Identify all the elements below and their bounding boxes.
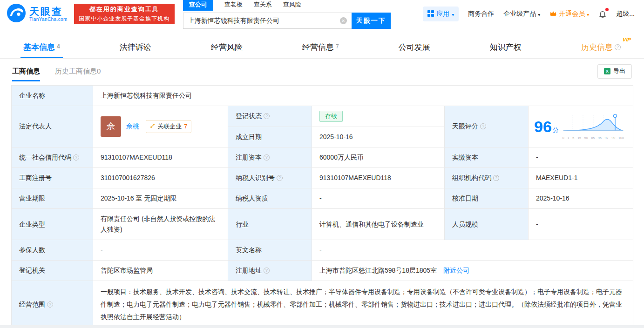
help-icon[interactable] — [480, 123, 486, 129]
info-icon[interactable] — [615, 44, 621, 50]
tab-label: 经营信息 — [302, 42, 334, 53]
score-tick: 100 — [618, 136, 624, 140]
search-tab-company[interactable]: 查公司 — [183, 0, 213, 11]
table-row: 工商注册号 310107001627826 纳税人识别号 91310107MAE… — [12, 167, 633, 188]
legal-rep-avatar[interactable]: 佘 — [101, 116, 121, 137]
chevron-down-icon — [452, 10, 454, 18]
search-button[interactable]: 天眼一下 — [352, 13, 391, 29]
tab-operating-info[interactable]: 经营信息 7 — [298, 36, 344, 58]
help-icon[interactable] — [47, 301, 53, 308]
value-paid-capital: - — [529, 147, 633, 167]
help-icon[interactable] — [277, 175, 283, 181]
related-companies-icon — [150, 121, 155, 131]
nav-business-cooperation[interactable]: 商务合作 — [468, 10, 494, 18]
top-header: 天眼查 TianYanCha.com 都在用的商业查询工具 国家中小企业发展子基… — [0, 0, 644, 28]
search-tab-relation[interactable]: 查关系 — [254, 0, 272, 9]
score-axis-ticks: 0 1 5 15 50 85 95 97 99 100 — [563, 136, 624, 140]
score-value: 96分 — [534, 114, 559, 140]
label-org-code: 组织机构代码 — [445, 167, 529, 188]
value-company-type: 有限责任公司 (非自然人投资或控股的法人独资) — [93, 208, 228, 240]
header-nav: 应用 商务合作 企业级产品 开通会员 超级... — [423, 7, 637, 21]
label-establish-date: 成立日期 — [228, 127, 312, 147]
promo-line1: 都在用的商业查询工具 — [89, 5, 159, 13]
tab-count: 4 — [57, 43, 60, 50]
label-reg-number: 工商注册号 — [12, 167, 93, 188]
enterprise-label: 企业级产品 — [503, 10, 536, 18]
label-english-name: 英文名称 — [228, 240, 312, 261]
user-menu[interactable]: 超级... — [616, 10, 635, 18]
search-tab-risk[interactable]: 查风险 — [283, 0, 301, 9]
tab-label: 经营风险 — [211, 42, 243, 53]
tianyancha-logo-icon — [7, 3, 26, 25]
label-company-name: 企业名称 — [12, 86, 93, 106]
value-industry: 计算机、通信和其他电子设备制造业 — [312, 208, 445, 240]
related-companies-badge[interactable]: 关联企业 7 — [146, 120, 191, 133]
nearby-companies-link[interactable]: 附近公司 — [443, 267, 469, 274]
value-reg-status: 存续 — [312, 106, 445, 127]
tab-operating-risk[interactable]: 经营风险 — [206, 36, 247, 58]
chevron-down-icon — [587, 10, 589, 18]
value-staff-size: - — [529, 208, 633, 240]
search-block: 查公司 查老板 查关系 查风险 天眼一下 — [183, 0, 391, 29]
tab-basic-info[interactable]: 基本信息 4 — [19, 36, 65, 58]
tab-label: 历史信息 — [581, 42, 613, 53]
label-business-term: 营业期限 — [12, 188, 93, 208]
clear-search-icon[interactable] — [340, 17, 347, 24]
value-reg-address: 上海市普陀区怒江北路598号18层1805室附近公司 — [312, 261, 633, 281]
footer-strip — [0, 325, 644, 328]
value-establish-date: 2025-10-16 — [312, 127, 445, 147]
export-button[interactable]: 导出 — [597, 64, 632, 79]
label-taxpayer-id: 纳税人识别号 — [228, 167, 312, 188]
value-taxpayer-id: 91310107MAEXEUD118 — [312, 167, 445, 188]
tianyancha-logo[interactable]: 天眼查 TianYanCha.com — [7, 3, 68, 25]
reg-address-text: 上海市普陀区怒江北路598号18层1805室 — [319, 267, 437, 274]
legal-rep-link[interactable]: 佘桃 — [126, 122, 139, 130]
brand-name: 天眼查 — [29, 6, 68, 17]
score-tick: 97 — [605, 136, 609, 140]
value-business-term: 2025-10-16 至 无固定期限 — [93, 188, 228, 208]
table-row: 经营范围 一般项目：技术服务、技术开发、技术咨询、技术交流、技术转让、技术推广；… — [12, 281, 633, 328]
label-business-scope: 经营范围 — [12, 281, 93, 328]
tab-history-info[interactable]: VIP 历史信息 — [576, 36, 625, 58]
apps-label: 应用 — [436, 10, 449, 18]
table-row: 统一社会信用代码 91310107MAEXEUD118 注册资本 60000万人… — [12, 147, 633, 167]
help-icon[interactable] — [264, 154, 270, 161]
value-reg-authority: 普陀区市场监管局 — [93, 261, 228, 281]
tab-company-development[interactable]: 公司发展 — [394, 36, 435, 58]
score-tick: 99 — [611, 136, 615, 140]
tab-intellectual-property[interactable]: 知识产权 — [485, 36, 526, 58]
subtab-business-info[interactable]: 工商信息 — [12, 67, 40, 76]
label-score: 天眼评分 — [445, 106, 529, 147]
value-reg-capital: 60000万人民币 — [312, 147, 445, 167]
table-row: 法定代表人 佘 佘桃 关联企业 7 — [12, 106, 633, 127]
notification-bell-icon[interactable] — [598, 9, 607, 19]
table-row: 企业名称 上海新恒芯锐科技有限责任公司 — [12, 86, 633, 106]
help-icon[interactable] — [264, 268, 270, 274]
subtab-bar: 工商信息 历史工商信息0 导出 — [0, 59, 644, 84]
search-input[interactable] — [183, 13, 352, 29]
value-approval-date: 2025-10-16 — [529, 188, 633, 208]
help-icon[interactable] — [493, 175, 499, 181]
chevron-down-icon — [538, 10, 540, 18]
help-icon[interactable] — [264, 113, 270, 119]
score-tick: 15 — [577, 136, 581, 140]
brand-domain: TianYanCha.com — [29, 17, 68, 22]
value-legal-rep: 佘 佘桃 关联企业 7 — [93, 106, 228, 147]
value-business-scope: 一般项目：技术服务、技术开发、技术咨询、技术交流、技术转让、技术推广；半导体器件… — [93, 281, 633, 328]
apps-button[interactable]: 应用 — [423, 7, 459, 21]
nav-enterprise-products[interactable]: 企业级产品 — [503, 10, 540, 18]
promo-line2: 国家中小企业发展子基金旗下机构 — [79, 15, 169, 23]
crown-icon — [549, 10, 557, 18]
label-reg-authority: 登记机关 — [12, 261, 93, 281]
subtab-history-business-info[interactable]: 历史工商信息0 — [55, 67, 101, 76]
primary-nav-tabs: 基本信息 4 法律诉讼 经营风险 经营信息 7 公司发展 知识产权 VIP 历史… — [0, 36, 644, 59]
open-vip-button[interactable]: 开通会员 — [549, 10, 589, 18]
tab-legal-proceedings[interactable]: 法律诉讼 — [115, 36, 156, 58]
help-icon[interactable] — [73, 154, 79, 161]
vip-badge: VIP — [623, 37, 631, 42]
label-credit-code: 统一社会信用代码 — [12, 147, 93, 167]
search-tab-boss[interactable]: 查老板 — [224, 0, 243, 9]
business-info-table: 企业名称 上海新恒芯锐科技有限责任公司 法定代表人 佘 佘桃 — [11, 85, 633, 328]
score-tick: 85 — [591, 136, 595, 140]
table-row: 参保人数 - 英文名称 - — [12, 240, 633, 261]
